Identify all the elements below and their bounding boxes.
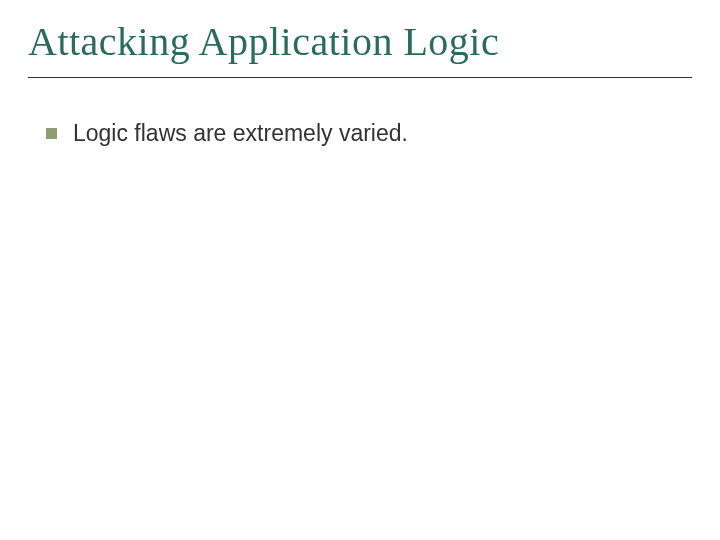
bullet-icon	[46, 128, 57, 139]
bullet-text: Logic flaws are extremely varied.	[73, 120, 408, 147]
slide-title: Attacking Application Logic	[28, 18, 692, 65]
slide-content: Logic flaws are extremely varied.	[28, 120, 692, 147]
list-item: Logic flaws are extremely varied.	[46, 120, 692, 147]
title-underline	[28, 77, 692, 78]
slide-container: Attacking Application Logic Logic flaws …	[0, 0, 720, 540]
